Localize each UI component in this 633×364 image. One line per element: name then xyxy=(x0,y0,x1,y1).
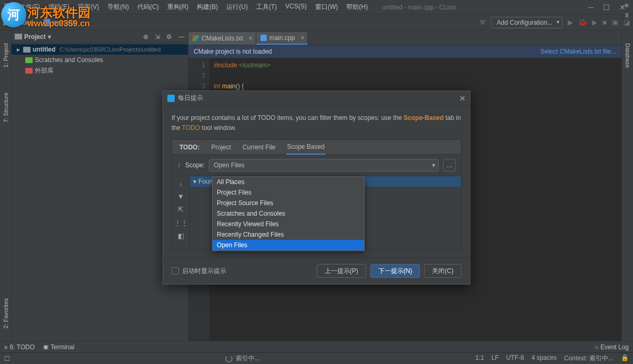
code-token: #include xyxy=(214,62,239,69)
menu-tools[interactable]: 工具(T) xyxy=(253,1,280,13)
menu-edit[interactable]: 编辑(E) xyxy=(45,1,73,13)
todo-tab-current-file[interactable]: Current File xyxy=(242,140,277,154)
debug-icon[interactable]: 🐞 xyxy=(578,18,587,26)
code-token: int xyxy=(214,83,222,90)
tree-external-libs[interactable]: 外部库 xyxy=(12,65,188,76)
eventlog-tool-tab[interactable]: ○Event Log xyxy=(595,343,629,351)
dropdown-item-project-files[interactable]: Project Files xyxy=(213,187,364,198)
tree-root[interactable]: ▸ untitled C:\Users\pc0359\CLionProjects… xyxy=(12,44,188,55)
dropdown-item-scratches[interactable]: Scratches and Consoles xyxy=(213,208,364,219)
status-line-ending[interactable]: LF xyxy=(491,354,499,363)
collapse-all-icon[interactable]: ⇲ xyxy=(155,33,160,41)
project-name: untitled xyxy=(33,46,55,53)
menu-build[interactable]: 构建(B) xyxy=(193,1,222,13)
locate-icon[interactable]: ⊕ xyxy=(143,33,148,41)
close-icon[interactable]: ✕ xyxy=(459,94,466,103)
menu-file[interactable]: 文件(F) xyxy=(16,1,44,13)
tip-highlight: TODO xyxy=(182,124,200,132)
tip-highlight: Scope-Based xyxy=(404,114,444,122)
status-position[interactable]: 1:1 xyxy=(475,354,484,363)
toolwindow-favorites-tab[interactable]: 2: Favorites xyxy=(2,296,10,330)
tree-scratches[interactable]: Scratches and Consoles xyxy=(12,55,188,65)
next-tip-button[interactable]: 下一提示(N) xyxy=(370,264,420,278)
lock-icon[interactable]: 🔒 xyxy=(621,354,629,363)
code-token: <iostream> xyxy=(239,62,270,69)
menu-code[interactable]: 代码(C) xyxy=(134,1,163,13)
project-panel-title[interactable]: Project xyxy=(24,33,46,41)
scope-label: Scope: xyxy=(185,161,205,169)
checkbox-icon[interactable] xyxy=(172,267,179,275)
dropdown-item-project-source-files[interactable]: Project Source Files xyxy=(213,198,364,208)
todo-tab-scope-based[interactable]: Scope Based xyxy=(286,140,326,155)
run-configuration-dropdown[interactable]: Add Configuration... xyxy=(491,17,562,28)
dropdown-item-all-places[interactable]: All Places xyxy=(213,177,364,187)
dropdown-item-open-files[interactable]: Open Files xyxy=(213,240,364,250)
menu-refactor[interactable]: 重构(R) xyxy=(164,1,193,13)
prev-tip-button[interactable]: 上一提示(P) xyxy=(317,264,366,278)
toolwindow-project-tab[interactable]: 1: Project xyxy=(2,41,10,69)
todo-icon: ≡ xyxy=(4,344,7,350)
menu-run[interactable]: 运行(U) xyxy=(223,1,252,13)
dropdown-item-recently-viewed[interactable]: Recently Viewed Files xyxy=(213,219,364,229)
arrow-down-icon[interactable]: ↓ xyxy=(179,179,183,187)
menu-vcs[interactable]: VCS(S) xyxy=(282,1,310,13)
dropdown-item-recently-changed[interactable]: Recently Changed Files xyxy=(213,229,364,240)
close-icon[interactable]: × xyxy=(249,35,253,42)
toolwindow-database-tab[interactable]: Database xyxy=(624,41,632,70)
todo-tool-tab[interactable]: ≡6: TODO xyxy=(4,343,35,351)
pause-analysis-icon[interactable]: ⏸ xyxy=(624,12,630,19)
group-by-icon[interactable]: ⋮⋮ xyxy=(174,219,188,227)
cpp-icon xyxy=(260,35,267,41)
todo-side-toolbar: ↓ ▼ ⇱ ⋮⋮ ◧ xyxy=(172,176,190,249)
hammer-icon[interactable]: ⚒ xyxy=(479,18,486,26)
toolbar: untitled 〉 main.cpp ⚒ Add Configuration.… xyxy=(0,15,633,31)
filter-icon[interactable]: ▼ xyxy=(177,193,184,200)
scope-more-button[interactable]: … xyxy=(443,159,456,171)
app-icon xyxy=(167,95,175,102)
minimize-icon[interactable]: ─ xyxy=(588,3,594,12)
layout-icon[interactable]: ▣ xyxy=(612,18,618,26)
menubar: 文件(F) 编辑(E) 视图(V) 导航(N) 代码(C) 重构(R) 构建(B… xyxy=(16,1,371,13)
status-indent[interactable]: 4 spaces xyxy=(531,354,557,363)
collapse-icon[interactable]: ▾ xyxy=(193,178,196,185)
breadcrumb-file[interactable]: main.cpp xyxy=(52,19,78,26)
show-on-startup-checkbox[interactable]: 启动时显示提示 xyxy=(172,267,226,276)
expand-tree-icon[interactable]: ⇱ xyxy=(178,206,184,214)
run-icon[interactable]: ▶ xyxy=(568,18,573,26)
status-encoding[interactable]: UTF-8 xyxy=(506,354,524,363)
dialog-title-bar[interactable]: 每日提示 ✕ xyxy=(163,91,470,106)
expand-icon[interactable]: ▸ xyxy=(16,46,21,53)
scope-dropdown-popup: All Places Project Files Project Source … xyxy=(212,176,365,251)
breadcrumb-folder[interactable]: untitled xyxy=(13,19,33,26)
tab-cmakelists[interactable]: CMakeLists.txt × xyxy=(188,32,256,45)
scope-dropdown[interactable]: Open Files xyxy=(209,159,439,171)
hide-panel-icon[interactable]: — xyxy=(178,33,185,41)
stop-icon[interactable]: ■ xyxy=(602,18,607,26)
tip-fragment: tool window. xyxy=(200,124,236,132)
breadcrumb: untitled 〉 main.cpp xyxy=(3,18,77,27)
terminal-tool-tab[interactable]: ▣Terminal xyxy=(43,343,74,351)
menu-navigate[interactable]: 导航(N) xyxy=(104,1,133,13)
close-dialog-button[interactable]: 关闭(C) xyxy=(424,264,461,278)
toolwindow-structure-tab[interactable]: 7: Structure xyxy=(2,90,10,125)
preview-icon[interactable]: ◧ xyxy=(178,232,184,240)
run-with-coverage-icon[interactable]: ▶ xyxy=(592,18,597,26)
terminal-label: Terminal xyxy=(51,343,74,351)
tab-main-cpp[interactable]: main.cpp × xyxy=(256,32,308,45)
close-icon[interactable]: × xyxy=(300,34,304,42)
cpp-file-icon xyxy=(44,19,50,26)
menu-window[interactable]: 窗口(W) xyxy=(312,1,341,13)
status-context[interactable]: Context: 索引中... xyxy=(564,354,614,363)
chevron-down-icon[interactable]: ▾ xyxy=(48,33,51,41)
todo-tab-project[interactable]: Project xyxy=(210,140,232,154)
maximize-icon[interactable]: ☐ xyxy=(603,3,610,12)
external-label: 外部库 xyxy=(35,66,54,75)
inspections-eye-icon[interactable]: 👁 xyxy=(624,2,630,9)
notice-link[interactable]: Select CMakeLists.txt file... xyxy=(540,48,616,55)
scratches-label: Scratches and Consoles xyxy=(35,56,103,64)
gear-icon[interactable]: ⚙ xyxy=(166,33,172,41)
arrow-up-icon[interactable]: ↑ xyxy=(177,161,181,169)
tool-windows-icon[interactable]: ☐ xyxy=(4,355,10,362)
menu-help[interactable]: 帮助(H) xyxy=(343,1,371,13)
menu-view[interactable]: 视图(V) xyxy=(74,1,103,13)
